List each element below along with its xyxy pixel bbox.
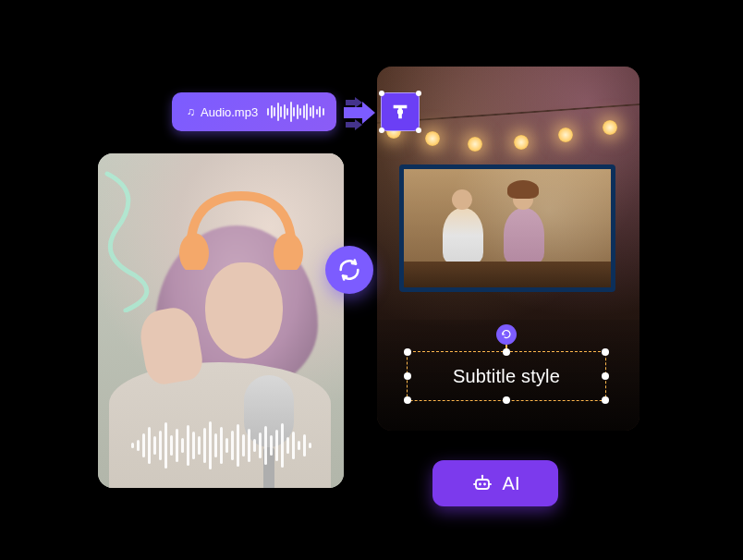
resize-handle[interactable] (503, 348, 510, 356)
music-note-icon: ♫ (187, 105, 195, 118)
resize-handle[interactable] (602, 372, 609, 380)
svg-point-3 (479, 483, 481, 486)
resize-handle[interactable] (602, 396, 609, 404)
resize-handle[interactable] (503, 396, 510, 404)
audio-waveform (120, 420, 322, 471)
svg-point-0 (179, 233, 209, 270)
resize-handle[interactable] (404, 396, 411, 404)
projected-screen (399, 164, 615, 292)
headphones-icon (172, 187, 311, 270)
resize-handle[interactable] (602, 348, 609, 356)
rotate-handle[interactable] (496, 324, 517, 345)
sync-button[interactable] (325, 246, 373, 294)
ai-button-label: AI (503, 473, 520, 494)
subtitle-text[interactable]: Subtitle style (453, 366, 560, 387)
svg-rect-2 (476, 480, 489, 489)
sync-icon (336, 257, 362, 283)
audio-recording-card[interactable] (98, 153, 344, 488)
ai-button[interactable]: AI (432, 460, 558, 506)
audio-file-chip[interactable]: ♫ Audio.mp3 (172, 92, 336, 131)
person-face (205, 262, 283, 359)
chip-waveform (267, 101, 324, 123)
rotate-icon (501, 329, 512, 340)
svg-point-6 (481, 475, 482, 477)
resize-handle[interactable] (404, 372, 411, 380)
svg-point-1 (274, 233, 303, 270)
subtitle-selection-box[interactable]: Subtitle style (407, 351, 606, 401)
text-t-icon (390, 102, 410, 122)
conversion-arrows-icon (342, 94, 379, 131)
svg-point-4 (483, 483, 486, 486)
audio-filename: Audio.mp3 (201, 105, 258, 119)
resize-handle[interactable] (404, 348, 411, 356)
robot-icon (471, 472, 493, 494)
text-layer-badge[interactable] (381, 92, 420, 131)
